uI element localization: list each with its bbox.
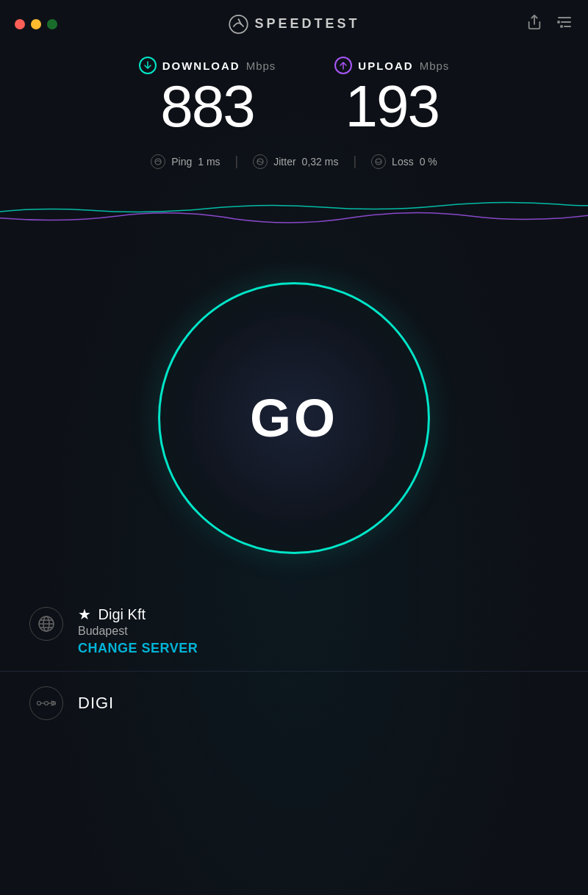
svg-point-7 — [560, 25, 563, 28]
loss-label: Loss — [392, 156, 414, 168]
loss-icon — [371, 154, 386, 169]
divider-1: | — [235, 154, 239, 169]
stats-section: DOWNLOAD Mbps 883 UPLOAD Mbps 193 — [0, 42, 588, 143]
minimize-button[interactable] — [31, 19, 41, 29]
upload-label: UPLOAD Mbps — [334, 57, 449, 74]
traffic-lights — [15, 19, 57, 29]
download-unit: Mbps — [246, 60, 276, 72]
server-star-icon: ★ — [78, 606, 91, 622]
download-label-text: DOWNLOAD — [162, 60, 240, 72]
download-label: DOWNLOAD Mbps — [139, 57, 276, 74]
go-area: GO — [0, 238, 588, 591]
app-title-text: SPEEDTEST — [254, 16, 359, 32]
server-name-text: Digi Kft — [98, 606, 146, 622]
ping-icon — [151, 154, 165, 169]
svg-point-19 — [45, 702, 49, 705]
isp-section: DIGI — [0, 671, 588, 735]
maximize-button[interactable] — [47, 19, 57, 29]
server-name: ★ Digi Kft — [78, 605, 198, 623]
ping-label: Ping — [171, 156, 192, 168]
go-button-label: GO — [250, 388, 338, 448]
upload-unit: Mbps — [420, 60, 450, 72]
upload-value: 193 — [345, 77, 439, 136]
server-info: ★ Digi Kft Budapest CHANGE SERVER — [78, 605, 198, 656]
close-button[interactable] — [15, 19, 25, 29]
share-button[interactable] — [526, 14, 542, 34]
jitter-label: Jitter — [273, 156, 295, 168]
svg-point-6 — [557, 21, 560, 24]
upload-label-text: UPLOAD — [358, 60, 413, 72]
jitter-metric: Jitter 0,32 ms — [253, 154, 338, 169]
download-icon — [139, 57, 157, 74]
isp-icon — [29, 686, 63, 720]
speedtest-logo-icon — [228, 14, 248, 35]
app-title: SPEEDTEST — [228, 14, 359, 35]
upload-stat: UPLOAD Mbps 193 — [334, 57, 449, 136]
toolbar-right — [526, 13, 573, 35]
ping-metric: Ping 1 ms — [151, 154, 220, 169]
wave-chart — [0, 179, 588, 238]
download-stat: DOWNLOAD Mbps 883 — [139, 57, 276, 136]
go-button[interactable]: GO — [158, 282, 430, 554]
server-city: Budapest — [78, 625, 198, 638]
ping-value: 1 ms — [198, 156, 220, 168]
loss-value: 0 % — [420, 156, 437, 168]
svg-point-0 — [229, 15, 248, 33]
jitter-value: 0,32 ms — [302, 156, 339, 168]
titlebar: SPEEDTEST — [0, 0, 588, 42]
jitter-icon — [253, 154, 268, 169]
metrics-bar: Ping 1 ms | Jitter 0,32 ms | Loss — [0, 143, 588, 179]
loss-metric: Loss 0 % — [371, 154, 437, 169]
isp-name: DIGI — [78, 694, 114, 713]
upload-icon — [334, 57, 352, 74]
svg-point-18 — [37, 702, 41, 705]
settings-button[interactable] — [556, 13, 573, 35]
server-globe-icon — [29, 607, 63, 641]
download-value: 883 — [160, 77, 254, 136]
server-section: ★ Digi Kft Budapest CHANGE SERVER — [0, 591, 588, 671]
change-server-button[interactable]: CHANGE SERVER — [78, 641, 198, 656]
divider-2: | — [353, 154, 356, 169]
